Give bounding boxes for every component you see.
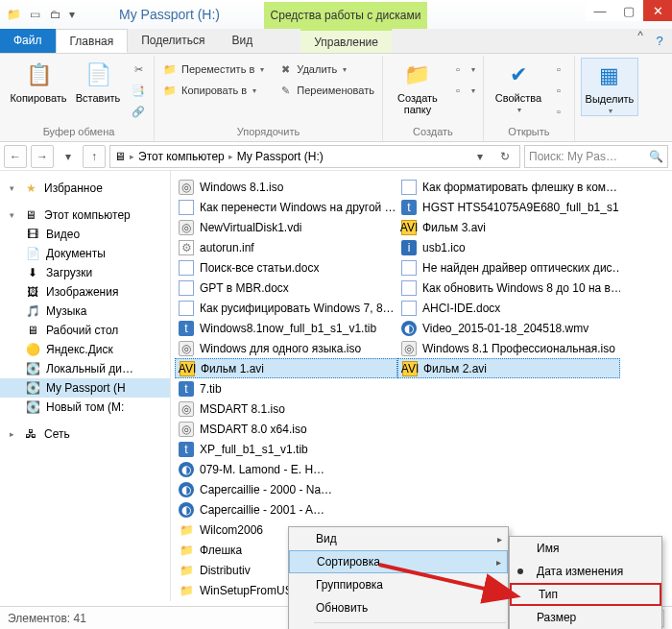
file-item[interactable]: Как обновить Windows 8 до 10 на в… xyxy=(397,278,620,298)
file-item[interactable]: ◐Capercaillie - 2000 - Na… xyxy=(175,479,397,499)
file-item[interactable]: AVIФильм 1.avi xyxy=(175,358,397,378)
file-item[interactable]: tXP_full_b1_s1_v1.tib xyxy=(175,439,397,459)
file-item[interactable]: Поиск-все статьи.docx xyxy=(175,257,397,278)
sort-name[interactable]: Имя xyxy=(510,537,661,560)
address-dropdown[interactable]: ▾ xyxy=(469,150,491,163)
menu-sort[interactable]: Сортировка xyxy=(289,550,508,573)
cut-button[interactable]: ✂ xyxy=(129,60,148,79)
search-input[interactable]: Поиск: My Pas… 🔍 xyxy=(524,145,668,168)
pc-icon: 🖥 xyxy=(114,150,126,163)
properties-button[interactable]: ✔ Свойства ▾ xyxy=(490,58,547,114)
ribbon-collapse[interactable]: ^ xyxy=(634,29,647,53)
file-item[interactable]: AVIФильм 2.avi xyxy=(397,358,620,378)
back-button[interactable]: ← xyxy=(4,145,27,168)
file-item[interactable]: ◎MSDART 8.1.iso xyxy=(175,399,397,419)
copy-to-button[interactable]: 📁Копировать в▾ xyxy=(160,81,266,100)
menu-refresh[interactable]: Обновить xyxy=(289,596,508,619)
menu-group[interactable]: Группировка xyxy=(289,573,508,596)
copy-button[interactable]: 📋 Копировать xyxy=(10,58,67,104)
status-count: 41 xyxy=(74,612,86,625)
copy-icon: 📋 xyxy=(23,60,54,90)
file-item[interactable]: Не найден драйвер оптических дис… xyxy=(397,257,620,278)
file-item[interactable]: ◐079-M. Lamond - E. H… xyxy=(175,459,397,479)
sidebar-item[interactable]: 🖼Изображения xyxy=(0,282,170,302)
file-item[interactable]: ◎Windows для одного языка.iso xyxy=(175,338,397,358)
sidebar-item[interactable]: 🟡Яндекс.Диск xyxy=(0,340,170,359)
paste-button[interactable]: 📄 Вставить xyxy=(69,58,127,104)
tab-share[interactable]: Поделиться xyxy=(128,29,218,53)
file-item[interactable]: tWindows8.1now_full_b1_s1_v1.tib xyxy=(175,318,397,338)
tab-manage[interactable]: Управление xyxy=(300,29,392,53)
open-button[interactable]: ▫ xyxy=(549,60,568,79)
file-item[interactable]: AHCI-IDE.docx xyxy=(397,298,620,318)
sidebar-this-pc[interactable]: ▾🖥Этот компьютер xyxy=(0,206,170,225)
history-button[interactable]: ▫ xyxy=(549,102,568,121)
maximize-button[interactable]: ▢ xyxy=(614,0,643,21)
sidebar-favorites[interactable]: ▾★Избранное xyxy=(0,179,170,198)
forward-button[interactable]: → xyxy=(31,145,54,168)
new-folder-icon: 📁 xyxy=(402,60,433,90)
file-item[interactable]: GPT в MBR.docx xyxy=(175,278,397,298)
file-item[interactable]: iusb1.ico xyxy=(397,237,620,257)
file-item[interactable]: tHGST HTS541075A9E680_full_b1_s1… xyxy=(397,197,620,217)
copy-to-icon: 📁 xyxy=(162,85,178,97)
file-item[interactable]: ◎MSDART 8.0 x64.iso xyxy=(175,419,397,439)
file-name: 7.tib xyxy=(200,382,222,396)
copy-path-button[interactable]: 📑 xyxy=(129,81,148,100)
tab-file[interactable]: Файл xyxy=(0,29,56,53)
file-name: XP_full_b1_s1_v1.tib xyxy=(200,443,308,456)
sidebar-item[interactable]: 💽My Passport (H xyxy=(0,378,170,398)
sidebar-item[interactable]: 🎵Музыка xyxy=(0,302,170,321)
file-item[interactable]: ◎Windows 8.1 Профессиональная.iso xyxy=(397,338,620,358)
sidebar-network[interactable]: ▸🖧Сеть xyxy=(0,424,170,444)
qat-dropdown[interactable]: ▾ xyxy=(67,8,77,21)
file-item[interactable]: Как перенести Windows на другой … xyxy=(175,197,397,217)
sidebar-item[interactable]: 💽Локальный ди… xyxy=(0,359,170,378)
rename-button[interactable]: ✎Переименовать xyxy=(276,81,376,100)
help-button[interactable]: ? xyxy=(647,29,672,53)
new-folder-button[interactable]: 📁 Создать папку xyxy=(389,58,446,115)
tab-view[interactable]: Вид xyxy=(218,29,266,53)
select-button[interactable]: ▦ Выделить ▾ xyxy=(581,58,638,116)
paste-shortcut-button[interactable]: 🔗 xyxy=(129,102,148,121)
close-button[interactable]: ✕ xyxy=(643,0,672,21)
easy-access-button[interactable]: ▫▾ xyxy=(448,81,477,100)
sidebar-item[interactable]: 🖥Рабочий стол xyxy=(0,321,170,340)
menu-view[interactable]: Вид xyxy=(289,527,508,550)
file-item[interactable]: ◐Video_2015-01-18_204518.wmv xyxy=(397,318,620,338)
breadcrumb[interactable]: 🖥 ▸Этот компьютер ▸My Passport (H:) ▾ ↻ xyxy=(109,145,520,168)
move-to-icon: 📁 xyxy=(162,63,178,76)
ribbon-group-select: ▦ Выделить ▾ xyxy=(575,56,644,141)
refresh-button[interactable]: ↻ xyxy=(494,150,516,163)
minimize-button[interactable]: — xyxy=(586,0,614,21)
navigation-pane: ▾★Избранное ▾🖥Этот компьютер 🎞Видео📄Доку… xyxy=(0,171,171,601)
sidebar-item[interactable]: ⬇Загрузки xyxy=(0,263,170,282)
file-item[interactable]: AVIФильм 3.avi xyxy=(397,217,620,237)
file-item[interactable]: Как форматировать флешку в ком… xyxy=(397,177,620,197)
edit-icon: ▫ xyxy=(551,85,566,96)
history-dropdown[interactable]: ▾ xyxy=(58,150,79,163)
file-item[interactable]: ⚙autorun.inf xyxy=(175,237,397,257)
delete-button[interactable]: ✖Удалить▾ xyxy=(276,60,376,79)
file-item[interactable]: t7.tib xyxy=(175,378,397,399)
sidebar-item[interactable]: 🎞Видео xyxy=(0,225,170,244)
file-name: Capercaillie - 2000 - Na… xyxy=(200,483,332,496)
edit-button[interactable]: ▫ xyxy=(549,81,568,100)
sidebar-item[interactable]: 💽Новый том (M: xyxy=(0,398,170,417)
move-to-button[interactable]: 📁Переместить в▾ xyxy=(160,60,266,79)
new-item-button[interactable]: ▫▾ xyxy=(448,60,477,79)
sidebar-item[interactable]: 📄Документы xyxy=(0,244,170,263)
file-item[interactable]: ◎NewVirtualDisk1.vdi xyxy=(175,217,397,237)
qat-new-folder[interactable]: 🗀 xyxy=(46,5,65,24)
file-item[interactable]: Как русифицировать Windows 7, 8… xyxy=(175,298,397,318)
file-item[interactable]: ◎Windows 8.1.iso xyxy=(175,177,397,197)
file-item[interactable]: ◐Capercaillie - 2001 - A… xyxy=(175,499,397,520)
sidebar-item-icon: 🟡 xyxy=(25,343,40,356)
tab-home[interactable]: Главная xyxy=(56,29,129,53)
sort-size[interactable]: Размер xyxy=(510,606,661,629)
qat-properties[interactable]: ▭ xyxy=(25,5,44,24)
up-button[interactable]: ↑ xyxy=(83,145,106,168)
easy-access-icon: ▫ xyxy=(450,85,466,96)
sort-type[interactable]: Тип xyxy=(510,583,661,606)
sort-date[interactable]: Дата изменения xyxy=(510,560,661,583)
